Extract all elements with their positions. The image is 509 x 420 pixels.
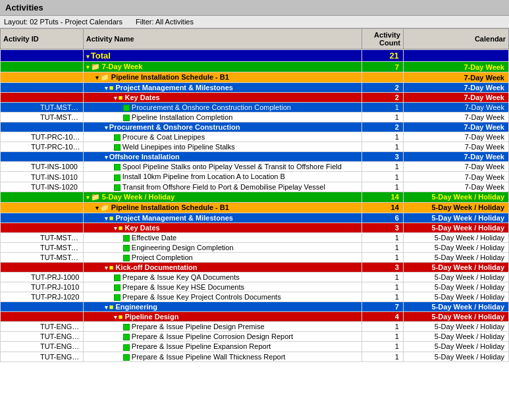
table-row[interactable]: TUT-ENG-1030Prepare & Issue Pipeline Wal… bbox=[1, 352, 509, 361]
activity-name: Key Dates bbox=[124, 224, 159, 232]
table-row[interactable]: ▾Procurement & Onshore Construction27-Da… bbox=[1, 122, 509, 132]
expand-icon[interactable]: ▾ bbox=[105, 154, 108, 161]
expand-icon[interactable]: ▾ bbox=[86, 53, 90, 60]
table-row[interactable]: TUT-INS-1010Install 10km Pipeline from L… bbox=[1, 172, 509, 182]
table-row[interactable]: TUT-PRC-1020Weld Linepipes into Pipeline… bbox=[1, 142, 509, 152]
expand-icon[interactable]: ▾ bbox=[105, 124, 108, 131]
table-row[interactable]: TUT-INS-1020Transit from Offshore Field … bbox=[1, 182, 509, 192]
cell-name: ▾📁Pipeline Installation Schedule - B1 bbox=[83, 72, 362, 83]
title-bar: Activities bbox=[0, 0, 509, 16]
table-row[interactable]: ▾📁Pipeline Installation Schedule - B17-D… bbox=[1, 72, 509, 83]
table-row[interactable]: TUT-PRJ-1000Prepare & Issue Key QA Docum… bbox=[1, 272, 509, 282]
cell-count: 1 bbox=[362, 132, 403, 142]
expand-icon[interactable]: ▾ bbox=[114, 95, 117, 101]
cell-name: ▾■Project Management & Milestones bbox=[83, 213, 362, 223]
cell-name: Prepare & Issue Key Project Controls Doc… bbox=[83, 292, 362, 302]
cell-name: Project Completion bbox=[83, 252, 362, 262]
cell-id: TUT-MST-1020 bbox=[1, 103, 84, 113]
table-row[interactable]: TUT-MST-1040Project Completion15-Day Wee… bbox=[1, 252, 509, 262]
expand-icon[interactable]: ▾ bbox=[95, 205, 99, 211]
table-row[interactable]: ▾📁5-Day Week / Holiday145-Day Week / Hol… bbox=[1, 192, 509, 202]
table-row[interactable]: TUT-MST-1000Effective Date15-Day Week / … bbox=[1, 232, 509, 242]
table-row[interactable]: TUT-MST-1030Pipeline Installation Comple… bbox=[1, 113, 509, 122]
table-row[interactable]: ▾■Project Management & Milestones27-Day … bbox=[1, 83, 509, 93]
cell-name: Pipeline Installation Completion bbox=[83, 113, 362, 122]
table-row[interactable]: TUT-ENG-1020Prepare & Issue Pipeline Exp… bbox=[1, 342, 509, 352]
table-row[interactable]: ▾■Key Dates35-Day Week / Holiday bbox=[1, 223, 509, 232]
expand-icon[interactable]: ▾ bbox=[105, 304, 108, 311]
table-row[interactable]: TUT-ENG-1010Prepare & Issue Pipeline Cor… bbox=[1, 332, 509, 342]
cell-name: Prepare & Issue Pipeline Expansion Repor… bbox=[83, 342, 362, 352]
table-row[interactable]: ▾■Pipeline Design45-Day Week / Holiday bbox=[1, 312, 509, 322]
cell-calendar: 5-Day Week / Holiday bbox=[403, 322, 508, 332]
cell-calendar: 5-Day Week / Holiday bbox=[403, 252, 508, 262]
cell-id bbox=[1, 62, 84, 72]
cell-id: TUT-INS-1000 bbox=[1, 162, 84, 172]
col-header-count[interactable]: Activity Count bbox=[362, 29, 403, 49]
table-row[interactable]: TUT-PRJ-1020Prepare & Issue Key Project … bbox=[1, 292, 509, 302]
folder-icon: 📁 bbox=[100, 203, 109, 211]
activity-name: Kick-off Documentation bbox=[115, 263, 197, 271]
cell-calendar: 7-Day Week bbox=[403, 62, 508, 72]
cell-calendar: 7-Day Week bbox=[403, 132, 508, 142]
cell-count: 1 bbox=[362, 162, 403, 172]
activity-name: Key Dates bbox=[124, 93, 159, 101]
table-row[interactable]: ▾📁7-Day Week77-Day Week bbox=[1, 62, 509, 72]
table-row[interactable]: TUT-PRJ-1010Prepare & Issue Key HSE Docu… bbox=[1, 282, 509, 292]
expand-icon[interactable]: ▾ bbox=[86, 194, 90, 201]
table-row[interactable]: ▾Offshore Installation37-Day Week bbox=[1, 152, 509, 162]
expand-icon[interactable]: ▾ bbox=[86, 64, 90, 70]
cell-count: 1 bbox=[362, 242, 403, 252]
cell-count: 2 bbox=[362, 122, 403, 132]
table-row[interactable]: ▾■Kick-off Documentation35-Day Week / Ho… bbox=[1, 262, 509, 272]
table-row[interactable]: TUT-INS-1000Spool Pipeline Stalks onto P… bbox=[1, 162, 509, 172]
col-header-id[interactable]: Activity ID bbox=[1, 29, 84, 49]
table-row[interactable]: TUT-MST-1010Engineering Design Completio… bbox=[1, 242, 509, 252]
table-row[interactable]: TUT-ENG-1000Prepare & Issue Pipeline Des… bbox=[1, 322, 509, 332]
cell-count: 14 bbox=[362, 192, 403, 202]
cell-name: Procure & Coat Linepipes bbox=[83, 132, 362, 142]
grid-scroll-area[interactable]: ▾Total21▾📁7-Day Week77-Day Week▾📁Pipelin… bbox=[0, 49, 509, 362]
cell-calendar: 7-Day Week bbox=[403, 162, 508, 172]
col-header-name[interactable]: Activity Name bbox=[83, 29, 362, 49]
cell-count: 1 bbox=[362, 252, 403, 262]
col-header-calendar[interactable]: Calendar bbox=[403, 29, 508, 49]
table-row[interactable]: ▾■Engineering75-Day Week / Holiday bbox=[1, 302, 509, 312]
activity-icon bbox=[123, 245, 130, 251]
expand-icon[interactable]: ▾ bbox=[114, 314, 117, 321]
activity-icon bbox=[114, 144, 121, 151]
expand-icon[interactable]: ▾ bbox=[114, 225, 117, 232]
expand-icon[interactable]: ▾ bbox=[95, 74, 99, 81]
expand-icon[interactable]: ▾ bbox=[105, 215, 108, 222]
activity-icon bbox=[114, 184, 121, 191]
table-row[interactable]: ▾Total21 bbox=[1, 50, 509, 62]
activity-name: Project Completion bbox=[132, 253, 193, 261]
cell-name: Prepare & Issue Pipeline Wall Thickness … bbox=[83, 352, 362, 361]
table-row[interactable]: ▾■Key Dates27-Day Week bbox=[1, 93, 509, 103]
cell-id: TUT-MST-1010 bbox=[1, 242, 84, 252]
cell-calendar: 7-Day Week bbox=[403, 122, 508, 132]
cell-id: TUT-INS-1010 bbox=[1, 172, 84, 182]
cell-count: 1 bbox=[362, 182, 403, 192]
cell-name: Spool Pipeline Stalks onto Pipelay Vesse… bbox=[83, 162, 362, 172]
cell-count: 1 bbox=[362, 232, 403, 242]
cell-count: 1 bbox=[362, 142, 403, 152]
cell-calendar: 5-Day Week / Holiday bbox=[403, 242, 508, 252]
activity-icon bbox=[123, 324, 130, 330]
table-row[interactable]: TUT-MST-1020Procurement & Onshore Constr… bbox=[1, 103, 509, 113]
filter-label: Filter: All Activities bbox=[136, 18, 194, 26]
folder-icon: ■ bbox=[119, 93, 123, 101]
cell-name: Prepare & Issue Key HSE Documents bbox=[83, 282, 362, 292]
folder-icon: ■ bbox=[109, 214, 114, 222]
activity-icon bbox=[123, 334, 130, 340]
cell-id bbox=[1, 213, 84, 223]
table-row[interactable]: TUT-PRC-1010Procure & Coat Linepipes17-D… bbox=[1, 132, 509, 142]
expand-icon[interactable]: ▾ bbox=[105, 85, 108, 92]
table-row[interactable]: ▾■Project Management & Milestones65-Day … bbox=[1, 213, 509, 223]
expand-icon[interactable]: ▾ bbox=[105, 265, 108, 271]
table-row[interactable]: ▾📁Pipeline Installation Schedule - B1145… bbox=[1, 202, 509, 213]
activity-name: Prepare & Issue Key QA Documents bbox=[122, 273, 240, 281]
cell-count: 21 bbox=[362, 50, 403, 62]
activity-name: Total bbox=[91, 51, 111, 61]
activity-name: Project Management & Milestones bbox=[115, 84, 233, 92]
